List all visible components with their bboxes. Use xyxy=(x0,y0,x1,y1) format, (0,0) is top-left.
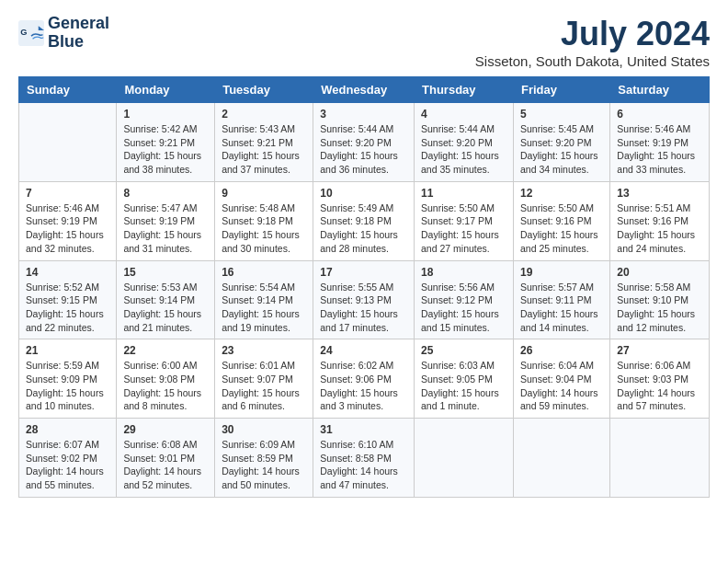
day-info: Sunrise: 5:43 AMSunset: 9:21 PMDaylight:… xyxy=(222,122,306,177)
day-number: 11 xyxy=(421,187,506,200)
calendar-cell: 29Sunrise: 6:08 AMSunset: 9:01 PMDayligh… xyxy=(117,419,215,498)
weekday-header-sunday: Sunday xyxy=(19,77,117,103)
day-info: Sunrise: 6:07 AMSunset: 9:02 PMDaylight:… xyxy=(26,438,109,492)
day-number: 15 xyxy=(123,266,208,279)
day-info: Sunrise: 6:10 AMSunset: 8:58 PMDaylight:… xyxy=(320,438,407,492)
calendar-cell: 13Sunrise: 5:51 AMSunset: 9:16 PMDayligh… xyxy=(610,181,710,260)
day-info: Sunrise: 6:08 AMSunset: 9:01 PMDaylight:… xyxy=(123,438,208,492)
weekday-header-tuesday: Tuesday xyxy=(215,77,313,103)
day-number: 6 xyxy=(617,108,702,121)
calendar-cell: 8Sunrise: 5:47 AMSunset: 9:19 PMDaylight… xyxy=(117,181,215,260)
day-number: 30 xyxy=(222,423,306,436)
day-info: Sunrise: 6:00 AMSunset: 9:08 PMDaylight:… xyxy=(123,359,208,413)
day-number: 17 xyxy=(320,266,407,279)
calendar-cell: 15Sunrise: 5:53 AMSunset: 9:14 PMDayligh… xyxy=(117,260,215,339)
calendar-cell xyxy=(415,419,514,498)
calendar-cell: 22Sunrise: 6:00 AMSunset: 9:08 PMDayligh… xyxy=(117,339,215,419)
day-info: Sunrise: 5:50 AMSunset: 9:16 PMDaylight:… xyxy=(520,201,603,256)
day-number: 1 xyxy=(123,108,208,121)
calendar-cell: 5Sunrise: 5:45 AMSunset: 9:20 PMDaylight… xyxy=(513,103,609,182)
day-info: Sunrise: 5:56 AMSunset: 9:12 PMDaylight:… xyxy=(421,281,506,335)
day-number: 23 xyxy=(222,344,306,357)
day-number: 31 xyxy=(320,423,407,436)
calendar-cell: 25Sunrise: 6:03 AMSunset: 9:05 PMDayligh… xyxy=(415,339,514,419)
day-number: 18 xyxy=(421,266,506,279)
logo: G General Blue xyxy=(18,15,109,52)
calendar-cell: 3Sunrise: 5:44 AMSunset: 9:20 PMDaylight… xyxy=(313,103,415,182)
logo-line1: General xyxy=(48,15,109,33)
day-number: 12 xyxy=(520,187,603,200)
subtitle: Sisseton, South Dakota, United States xyxy=(475,53,710,69)
calendar-cell: 10Sunrise: 5:49 AMSunset: 9:18 PMDayligh… xyxy=(313,181,415,260)
weekday-header-monday: Monday xyxy=(117,77,215,103)
day-info: Sunrise: 6:01 AMSunset: 9:07 PMDaylight:… xyxy=(222,359,306,413)
calendar-cell: 26Sunrise: 6:04 AMSunset: 9:04 PMDayligh… xyxy=(513,339,609,419)
day-info: Sunrise: 5:53 AMSunset: 9:14 PMDaylight:… xyxy=(123,281,208,335)
calendar-cell: 9Sunrise: 5:48 AMSunset: 9:18 PMDaylight… xyxy=(215,181,313,260)
calendar-table: SundayMondayTuesdayWednesdayThursdayFrid… xyxy=(18,76,710,498)
calendar-cell: 23Sunrise: 6:01 AMSunset: 9:07 PMDayligh… xyxy=(215,339,313,419)
calendar-cell: 28Sunrise: 6:07 AMSunset: 9:02 PMDayligh… xyxy=(19,419,117,498)
day-number: 28 xyxy=(26,423,109,436)
calendar-cell: 14Sunrise: 5:52 AMSunset: 9:15 PMDayligh… xyxy=(19,260,117,339)
day-number: 13 xyxy=(617,187,702,200)
calendar-cell: 11Sunrise: 5:50 AMSunset: 9:17 PMDayligh… xyxy=(415,181,514,260)
day-info: Sunrise: 5:46 AMSunset: 9:19 PMDaylight:… xyxy=(617,122,702,177)
calendar-cell: 17Sunrise: 5:55 AMSunset: 9:13 PMDayligh… xyxy=(313,260,415,339)
day-number: 24 xyxy=(320,344,407,357)
day-number: 8 xyxy=(123,187,208,200)
calendar-cell: 6Sunrise: 5:46 AMSunset: 9:19 PMDaylight… xyxy=(610,103,710,182)
day-number: 27 xyxy=(617,344,702,357)
day-info: Sunrise: 5:57 AMSunset: 9:11 PMDaylight:… xyxy=(520,281,603,335)
day-number: 4 xyxy=(421,108,506,121)
weekday-header-wednesday: Wednesday xyxy=(313,77,415,103)
calendar-cell: 16Sunrise: 5:54 AMSunset: 9:14 PMDayligh… xyxy=(215,260,313,339)
weekday-header-friday: Friday xyxy=(513,77,609,103)
calendar-cell: 4Sunrise: 5:44 AMSunset: 9:20 PMDaylight… xyxy=(415,103,514,182)
day-info: Sunrise: 5:48 AMSunset: 9:18 PMDaylight:… xyxy=(222,201,306,256)
day-number: 19 xyxy=(520,266,603,279)
day-number: 7 xyxy=(26,187,109,200)
calendar-cell: 2Sunrise: 5:43 AMSunset: 9:21 PMDaylight… xyxy=(215,103,313,182)
calendar-cell: 7Sunrise: 5:46 AMSunset: 9:19 PMDaylight… xyxy=(19,181,117,260)
logo-line2: Blue xyxy=(48,33,109,52)
day-info: Sunrise: 6:04 AMSunset: 9:04 PMDaylight:… xyxy=(520,359,603,413)
day-number: 10 xyxy=(320,187,407,200)
calendar-cell: 12Sunrise: 5:50 AMSunset: 9:16 PMDayligh… xyxy=(513,181,609,260)
day-info: Sunrise: 5:59 AMSunset: 9:09 PMDaylight:… xyxy=(26,359,109,413)
calendar-cell: 18Sunrise: 5:56 AMSunset: 9:12 PMDayligh… xyxy=(415,260,514,339)
calendar-cell xyxy=(19,103,117,182)
day-info: Sunrise: 5:50 AMSunset: 9:17 PMDaylight:… xyxy=(421,201,506,256)
day-number: 5 xyxy=(520,108,603,121)
day-info: Sunrise: 6:03 AMSunset: 9:05 PMDaylight:… xyxy=(421,359,506,413)
day-number: 20 xyxy=(617,266,702,279)
day-number: 22 xyxy=(123,344,208,357)
day-info: Sunrise: 5:55 AMSunset: 9:13 PMDaylight:… xyxy=(320,281,407,335)
day-info: Sunrise: 5:42 AMSunset: 9:21 PMDaylight:… xyxy=(123,122,208,177)
day-number: 21 xyxy=(26,344,109,357)
calendar-cell: 21Sunrise: 5:59 AMSunset: 9:09 PMDayligh… xyxy=(19,339,117,419)
day-number: 14 xyxy=(26,266,109,279)
calendar-cell xyxy=(610,419,710,498)
day-info: Sunrise: 5:44 AMSunset: 9:20 PMDaylight:… xyxy=(421,122,506,177)
day-info: Sunrise: 5:44 AMSunset: 9:20 PMDaylight:… xyxy=(320,122,407,177)
svg-text:G: G xyxy=(20,27,27,36)
day-number: 29 xyxy=(123,423,208,436)
day-number: 2 xyxy=(222,108,306,121)
calendar-cell: 30Sunrise: 6:09 AMSunset: 8:59 PMDayligh… xyxy=(215,419,313,498)
day-info: Sunrise: 5:49 AMSunset: 9:18 PMDaylight:… xyxy=(320,201,407,256)
day-info: Sunrise: 5:45 AMSunset: 9:20 PMDaylight:… xyxy=(520,122,603,177)
main-title: July 2024 xyxy=(475,15,710,53)
day-info: Sunrise: 5:52 AMSunset: 9:15 PMDaylight:… xyxy=(26,281,109,335)
day-info: Sunrise: 5:51 AMSunset: 9:16 PMDaylight:… xyxy=(617,201,702,256)
calendar-cell: 27Sunrise: 6:06 AMSunset: 9:03 PMDayligh… xyxy=(610,339,710,419)
weekday-header-thursday: Thursday xyxy=(415,77,514,103)
calendar-cell: 20Sunrise: 5:58 AMSunset: 9:10 PMDayligh… xyxy=(610,260,710,339)
calendar-cell: 31Sunrise: 6:10 AMSunset: 8:58 PMDayligh… xyxy=(313,419,415,498)
title-area: July 2024 Sisseton, South Dakota, United… xyxy=(475,15,710,69)
day-info: Sunrise: 5:58 AMSunset: 9:10 PMDaylight:… xyxy=(617,281,702,335)
weekday-header-saturday: Saturday xyxy=(610,77,710,103)
logo-icon: G xyxy=(18,20,44,46)
day-info: Sunrise: 6:02 AMSunset: 9:06 PMDaylight:… xyxy=(320,359,407,413)
day-info: Sunrise: 5:47 AMSunset: 9:19 PMDaylight:… xyxy=(123,201,208,256)
